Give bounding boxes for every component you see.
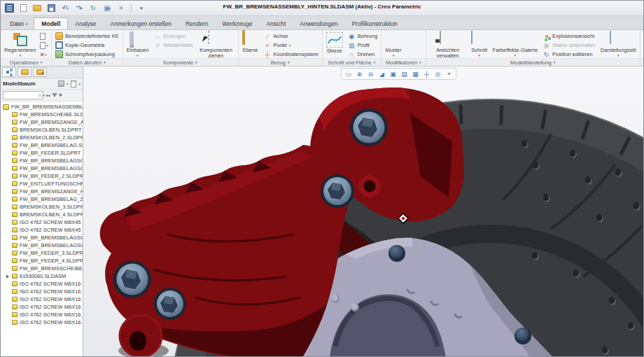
explosionsansicht-button[interactable]: Explosionsansicht: [540, 31, 598, 41]
tab-profilkonstruktion[interactable]: Profilkonstruktion: [345, 18, 405, 29]
graphics-viewport[interactable]: ▭ ⊕ ⊖ ◢ ▣ ▤ ▦ ┼ ◎ ⌖: [83, 66, 643, 356]
tab-modell[interactable]: Modell: [34, 18, 68, 29]
group-label-komponente[interactable]: Komponente▾: [123, 58, 238, 66]
kopie-geometrie-button[interactable]: Kopie-Geometrie: [53, 41, 121, 50]
tree-item[interactable]: FW_ENTLUEFTUNGSCHRAUBE_1.SLDPRT: [1, 180, 83, 188]
tree-show-icon[interactable]: [69, 80, 77, 88]
tree-item[interactable]: FW_BR_BREMSBELAGSCHRAUBE.SLDPRT: [1, 157, 83, 164]
skizze-button[interactable]: Skizze: [324, 31, 345, 55]
einbauen-button[interactable]: Einbauen▾: [125, 31, 151, 58]
group-label-schnitt-flaeche[interactable]: Schnitt und Fläche▾: [323, 58, 381, 66]
tree-item[interactable]: FW_BR_BREMSENASSEMBLY_HINTEN.SLDASM: [1, 103, 83, 111]
tab-rendern[interactable]: Rendern: [178, 18, 216, 29]
tab-werkzeuge[interactable]: Werkzeuge: [216, 18, 260, 29]
group-label-modifikatoren[interactable]: Modifikatoren▾: [382, 58, 426, 66]
benutzerdefiniertes-ke-button[interactable]: Benutzerdefiniertes KE: [53, 31, 121, 41]
ebene-button[interactable]: Ebene: [240, 31, 261, 54]
komponenten-ziehen-button[interactable]: Komponenten ziehen: [196, 31, 237, 59]
ansichten-verwalten-button[interactable]: Ansichten verwalten: [428, 31, 468, 59]
caliper-bolt-lower[interactable]: [154, 288, 186, 320]
tab-anwendungen[interactable]: Anwendungen: [293, 18, 344, 29]
group-label-daten-abrufen[interactable]: Daten abrufen▾: [52, 58, 122, 66]
annotation-display-icon[interactable]: ◎: [433, 69, 443, 78]
caliper-bolt-mid[interactable]: [321, 174, 354, 208]
regenerieren-button[interactable]: Regenerieren ▾: [2, 31, 38, 58]
tree-item[interactable]: FW_BR_BREMSBELAGSCHRAUBE_4.SLDPRT: [1, 241, 83, 249]
tree-settings-icon[interactable]: [57, 80, 65, 88]
tree-item[interactable]: ISO 4762 SCREW M6X16 STEEL: [1, 295, 83, 303]
komponentenschnittstelle-button[interactable]: Komponentenschnittstelle: [642, 31, 643, 54]
expand-arrow-icon[interactable]: [6, 274, 9, 279]
tree-item[interactable]: ISO 4762 SCREW M6X16 STEEL: [1, 280, 83, 288]
named-views-icon[interactable]: ▤: [399, 69, 410, 78]
tree-item[interactable]: FW_BR_FEDER.SLDPRT: [1, 149, 83, 157]
bohrung-button[interactable]: ◉Bohrung: [346, 31, 379, 41]
tree-item[interactable]: FW_BR_BREMSBELAG_2.SLDPRT: [1, 195, 83, 203]
view-manager-toggle-icon[interactable]: ▦: [410, 69, 421, 78]
undo-icon[interactable]: ↶▾: [59, 3, 71, 13]
display-style-toggle-icon[interactable]: ▣: [388, 69, 398, 78]
hub-bolt-3[interactable]: [514, 328, 531, 344]
tree-item[interactable]: ISO 4762 SCREW M6X16 STEEL: [1, 311, 83, 318]
achse-button[interactable]: ∕Achse: [262, 31, 321, 41]
group-label-operationen[interactable]: Operationen▾: [1, 58, 51, 66]
brake-assembly-model[interactable]: [83, 66, 643, 356]
find-icon[interactable]: ●●: [46, 93, 50, 97]
app-logo-icon[interactable]: [4, 3, 15, 13]
caliper-bolt-left[interactable]: [113, 260, 151, 298]
customize-qat-icon[interactable]: ▼: [136, 3, 147, 13]
schnitt-button[interactable]: Schnitt▾: [469, 31, 490, 58]
tree-item[interactable]: FW_BR_BREMSBELAGSCHRAUBE_2.SLDPRT: [1, 164, 83, 172]
save-icon[interactable]: [46, 3, 57, 13]
redo-icon[interactable]: ↷▾: [74, 3, 85, 13]
tree-item[interactable]: BREMSKOLBEN_2.SLDPRT: [1, 134, 83, 141]
group-label-bezug[interactable]: Bezug▾: [239, 58, 322, 66]
tree-item[interactable]: FW_BR_FEDER_2.SLDPRT: [1, 172, 83, 180]
tree-search-input[interactable]: [3, 91, 43, 99]
copy-button[interactable]: [38, 32, 50, 41]
paste-button[interactable]: ▾: [38, 41, 50, 50]
tree-item[interactable]: ISO 4762 SCREW M6X16 STEEL: [1, 288, 83, 295]
spin-center-icon[interactable]: ⌖: [444, 69, 454, 78]
favorites-tab[interactable]: [33, 67, 47, 77]
tab-anmerkungen[interactable]: Anmerkungen erstellen: [104, 18, 178, 29]
open-file-icon[interactable]: [31, 3, 43, 13]
tree-item[interactable]: FW_BR_FEDER_4.SLDPRT: [1, 257, 83, 265]
tree-item[interactable]: FW_BR_BREMSBELAG.SLDPRT: [1, 141, 83, 149]
group-label-modelldarstellung[interactable]: Modelldarstellung▾: [426, 58, 640, 66]
regenerate-quick-icon[interactable]: ↻: [88, 3, 99, 13]
tree-item[interactable]: 61530060.SLDASM: [1, 272, 83, 280]
folder-browser-tab[interactable]: [18, 67, 31, 77]
tree-item[interactable]: ISO 4762 SCREW M6X16 STEEL: [1, 318, 83, 326]
muster-button[interactable]: Muster▾: [383, 31, 404, 58]
tab-analyse[interactable]: Analyse: [68, 18, 103, 29]
group-label-modellabsicht[interactable]: Modellabsicht▾: [640, 58, 643, 66]
tree-item[interactable]: ISO 4762 SCREW M8X45 STEEL: [1, 218, 83, 226]
file-menu-button[interactable]: Datei▾: [4, 18, 34, 29]
new-file-icon[interactable]: [18, 3, 29, 13]
tree-item[interactable]: BREMSKOLBEN_4.SLDPRT: [1, 211, 83, 218]
tab-ansicht[interactable]: Ansicht: [259, 18, 293, 29]
punkt-button[interactable]: ×Punkt▾: [262, 41, 321, 50]
tree-item[interactable]: ISO 4762 SCREW M8X45 STEEL: [1, 226, 83, 234]
tree-item[interactable]: FW_BREMSSCHEIBE.SLDPRT: [1, 111, 83, 118]
clear-search-icon[interactable]: ×: [38, 93, 41, 98]
zoom-in-icon[interactable]: ⊕: [354, 69, 365, 78]
caliper-bolt-top[interactable]: [350, 108, 388, 146]
tree-item[interactable]: FW_BR_FEDER_3.SLDPRT: [1, 249, 83, 257]
darstellungsstil-button[interactable]: Darstellungsstil▾: [598, 31, 638, 58]
zoom-refit-icon[interactable]: ▭: [343, 69, 354, 78]
datum-display-icon[interactable]: ┼: [421, 69, 432, 78]
zoom-out-icon[interactable]: ⊖: [365, 69, 376, 78]
tree-item[interactable]: ISO 4762 SCREW M6X16 STEEL: [1, 303, 83, 311]
hub-bolt-1[interactable]: [388, 245, 405, 262]
tree-item[interactable]: FW_BR_BREMSBELAGSCHRAUBE_3.SLDPRT: [1, 234, 83, 241]
filter-icon[interactable]: [52, 93, 57, 97]
window-switch-icon[interactable]: ▣▾: [102, 3, 113, 13]
tree-item[interactable]: FW_BR_BREMSZANGE_HINTEN.SLDPRT: [1, 188, 83, 195]
tree-item[interactable]: FW_BR_BREMSSCHEIBENAUFNAHME.SLDPRT: [1, 265, 83, 272]
expand-tree-icon[interactable]: +: [59, 92, 62, 99]
tree-item[interactable]: BREMSKOLBEN.SLDPRT: [1, 126, 83, 134]
profil-button[interactable]: ▥Profil: [346, 41, 379, 50]
repaint-icon[interactable]: ◢: [377, 69, 387, 78]
